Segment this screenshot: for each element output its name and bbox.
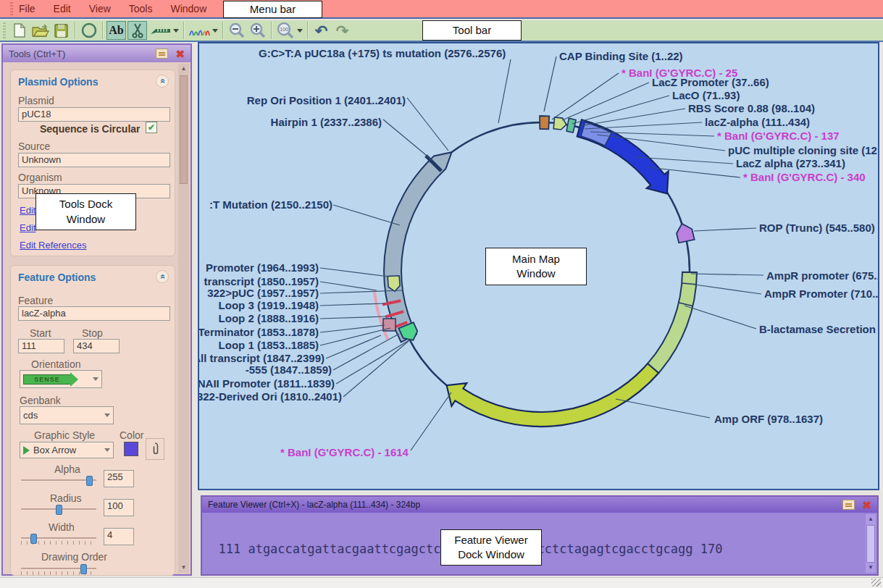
scroll-down-icon[interactable]: ▼ [178,563,189,573]
map-feature-label[interactable]: * BanI (G'GYRC.C) - 1614 [280,446,409,458]
map-feature-label[interactable]: LacZ alpha (273..341) [736,157,845,169]
map-feature-label[interactable]: Terminator (1853..1878) [199,326,319,338]
menu-window[interactable]: Window [170,3,206,14]
collapse-chevron-icon[interactable]: » [156,75,169,88]
scrollbar-thumb[interactable] [866,525,875,563]
mcs-segment-feature[interactable] [581,122,611,146]
menu-edit[interactable]: Edit [54,3,71,14]
menu-tools[interactable]: Tools [129,3,153,14]
map-feature-label[interactable]: Loop 3 (1919..1948) [219,299,319,311]
start-input[interactable]: 111 [18,339,64,353]
zoom-100-button[interactable]: 100 [275,21,304,40]
menu-view[interactable]: View [89,3,111,14]
width-input[interactable]: 4 [104,528,134,545]
feature-viewer-scrollbar[interactable]: ▲ ▼ [866,514,876,573]
laco-box-feature[interactable] [566,118,576,133]
map-feature-label[interactable]: All transcript (1847..2399) [199,352,325,364]
edit-link-2[interactable]: Edit [20,222,35,233]
menu-file[interactable]: File [19,3,35,14]
radius-input[interactable]: 100 [104,499,134,516]
ampr-promoter-arc-feature[interactable] [648,272,697,373]
color-swatch[interactable] [124,442,138,456]
source-input[interactable]: Unknown [18,153,170,167]
map-feature-label[interactable]: B-lactamase Secretion [759,323,876,335]
scroll-up-icon[interactable]: ▲ [178,64,189,74]
map-feature-label[interactable]: Promoter (1964..1993) [206,261,319,274]
rop-arrow-feature[interactable] [677,224,695,243]
map-feature-label[interactable]: 322>pUC (1957..1957) [207,287,319,299]
tools-dock-scrollbar[interactable]: ▲ ▼ [178,64,189,573]
alpha-slider[interactable] [21,476,96,486]
map-feature-label[interactable]: lacZ-alpha (111..434) [705,116,810,128]
transcript-arc-feature[interactable] [374,291,388,339]
map-feature-label[interactable]: CAP Binding Site (1..22) [559,50,683,62]
map-feature-label[interactable]: Amp ORF (978..1637) [714,413,823,425]
graphic-style-dropdown[interactable]: Box Arrow [20,442,114,458]
map-feature-label[interactable]: RNAII Promoter (1811..1839) [199,377,335,390]
map-feature-label[interactable]: Loop 2 (1888..1916) [219,312,319,324]
map-feature-label[interactable]: Rep Ori Position 1 (2401..2401) [247,94,406,106]
slider-thumb[interactable] [30,534,37,544]
save-button[interactable] [51,21,71,40]
map-feature-label[interactable]: :T Mutation (2150..2150) [209,198,332,211]
stop-input[interactable]: 434 [73,339,120,353]
amp-orf-arrow-feature[interactable] [447,364,659,427]
zoom-in-button[interactable] [248,21,267,40]
leader-line [320,282,377,290]
edit-references-link[interactable]: Edit References [20,240,87,251]
alpha-input[interactable]: 255 [104,470,134,487]
tools-dock-titlebar[interactable]: Tools (Ctrl+T) ✖ [3,45,191,62]
slider-thumb[interactable] [56,505,62,515]
enzyme-ruler-button[interactable] [148,21,180,40]
link-color-button[interactable] [146,438,164,460]
text-annotation-button[interactable]: Ab [106,21,126,40]
slider-thumb[interactable] [86,476,93,486]
scroll-down-icon[interactable]: ▼ [866,563,876,573]
map-feature-label[interactable]: transcript (1850..1957) [204,275,319,287]
plasmid-input[interactable]: pUC18 [18,107,170,122]
circular-checkbox[interactable]: ✔ [146,122,157,133]
collapse-chevron-icon[interactable]: » [156,270,169,283]
cut-button[interactable] [127,21,147,40]
map-feature-label[interactable]: pUC multiple cloning site (12 [728,144,877,156]
feature-input[interactable]: lacZ-alpha [18,306,170,321]
scrollbar-thumb[interactable] [180,75,188,184]
circular-label: Sequence is Circular [40,123,141,135]
map-feature-label[interactable]: AmpR promoter (675.. [766,269,878,282]
feature-viewer-titlebar[interactable]: Feature Viewer (Ctrl+X) - lacZ-alpha (11… [202,497,877,513]
leader-line [320,316,387,319]
radius-slider[interactable] [21,505,96,515]
map-feature-label[interactable]: AmpR Promoter (710.. [764,287,878,300]
cap-site-box-feature[interactable] [540,116,549,129]
close-icon[interactable]: ✖ [175,49,185,59]
drawing-order-slider[interactable] [21,564,96,574]
map-feature-label[interactable]: -555 (1847..1859) [246,364,332,376]
minimize-icon[interactable] [842,500,855,510]
new-document-button[interactable] [9,21,29,40]
resize-grip[interactable] [871,579,881,587]
slider-thumb[interactable] [80,564,87,574]
undo-button[interactable]: ↶ [311,21,331,40]
map-feature-label[interactable]: G:C>T:A pUC18a (+175) ts mutation (2576.… [259,47,506,59]
map-feature-label[interactable]: ROP (Trunc) (545..580) [759,222,875,234]
map-feature-label[interactable]: * BanI (G'GYRC.C) - 137 [717,130,840,142]
close-icon[interactable]: ✖ [862,500,871,511]
zoom-out-button[interactable] [227,21,246,40]
map-feature-label[interactable]: Loop 1 (1853..1885) [219,339,319,351]
edit-link-1[interactable]: Edit [20,205,35,216]
map-feature-label[interactable]: Hairpin 1 (2337..2386) [271,116,382,128]
chromatogram-button[interactable] [188,21,219,40]
orientation-dropdown[interactable]: SENSE [20,370,102,388]
map-feature-label[interactable]: RBS Score 0.88 (98..104) [688,102,815,114]
open-file-button[interactable] [30,21,50,40]
width-slider[interactable] [21,534,96,544]
minimize-icon[interactable] [156,49,168,59]
map-feature-label[interactable]: R322-Derived Ori (1810..2401) [199,390,342,403]
map-feature-label[interactable]: LacZ Promoter (37..66) [652,76,769,88]
map-feature-label[interactable]: LacO (71..93) [672,89,740,101]
map-feature-label[interactable]: * BanI (G'GYRC.C) - 340 [743,171,866,183]
scroll-up-icon[interactable]: ▲ [866,514,876,524]
circular-plasmid-button[interactable] [79,21,99,40]
redo-button[interactable]: ↷ [332,21,352,40]
genbank-dropdown[interactable]: cds [20,406,114,424]
